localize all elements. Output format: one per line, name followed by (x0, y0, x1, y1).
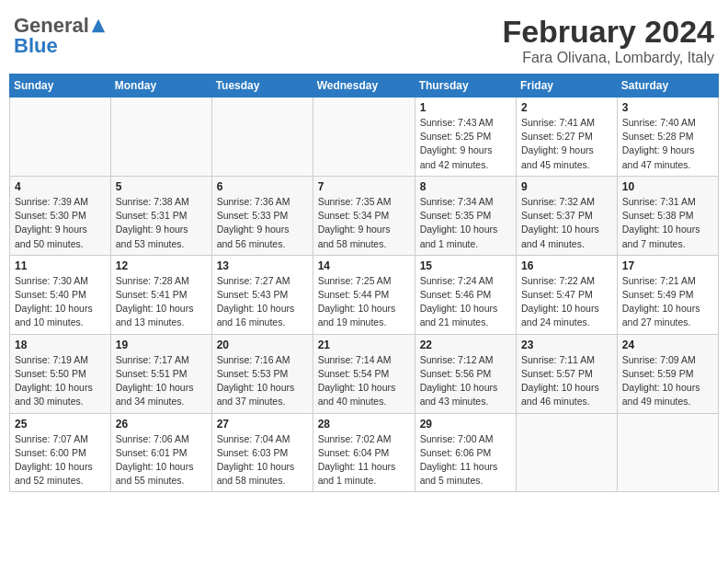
calendar-cell: 3Sunrise: 7:40 AM Sunset: 5:28 PM Daylig… (617, 98, 718, 177)
day-header-sunday: Sunday (10, 75, 111, 98)
day-number: 22 (420, 339, 511, 351)
day-info: Sunrise: 7:00 AM Sunset: 6:06 PM Dayligh… (420, 432, 511, 488)
calendar-cell: 14Sunrise: 7:25 AM Sunset: 5:44 PM Dayli… (313, 255, 415, 334)
month-title: February 2024 (502, 14, 714, 50)
day-number: 7 (318, 180, 410, 193)
day-info: Sunrise: 7:38 AM Sunset: 5:31 PM Dayligh… (116, 195, 207, 251)
calendar-cell: 15Sunrise: 7:24 AM Sunset: 5:46 PM Dayli… (415, 255, 516, 334)
day-number: 21 (318, 339, 410, 351)
day-number: 27 (217, 418, 308, 431)
calendar-week-row: 11Sunrise: 7:30 AM Sunset: 5:40 PM Dayli… (10, 255, 719, 334)
day-info: Sunrise: 7:16 AM Sunset: 5:53 PM Dayligh… (217, 353, 308, 409)
day-header-wednesday: Wednesday (313, 75, 415, 98)
calendar-week-row: 1Sunrise: 7:43 AM Sunset: 5:25 PM Daylig… (10, 98, 719, 177)
day-number: 26 (116, 418, 207, 431)
day-info: Sunrise: 7:35 AM Sunset: 5:34 PM Dayligh… (318, 195, 410, 251)
day-info: Sunrise: 7:27 AM Sunset: 5:43 PM Dayligh… (217, 274, 308, 330)
day-info: Sunrise: 7:39 AM Sunset: 5:30 PM Dayligh… (15, 195, 106, 251)
day-info: Sunrise: 7:06 AM Sunset: 6:01 PM Dayligh… (116, 432, 207, 488)
calendar-week-row: 18Sunrise: 7:19 AM Sunset: 5:50 PM Dayli… (10, 334, 719, 413)
calendar-cell (10, 98, 111, 177)
calendar-cell: 26Sunrise: 7:06 AM Sunset: 6:01 PM Dayli… (110, 413, 211, 492)
calendar-cell: 1Sunrise: 7:43 AM Sunset: 5:25 PM Daylig… (415, 98, 516, 177)
calendar-cell (313, 98, 415, 177)
calendar-cell: 22Sunrise: 7:12 AM Sunset: 5:56 PM Dayli… (415, 334, 516, 413)
day-info: Sunrise: 7:28 AM Sunset: 5:41 PM Dayligh… (116, 274, 207, 330)
day-number: 15 (420, 259, 511, 272)
calendar-table: SundayMondayTuesdayWednesdayThursdayFrid… (9, 74, 719, 492)
calendar-week-row: 4Sunrise: 7:39 AM Sunset: 5:30 PM Daylig… (10, 176, 719, 255)
day-info: Sunrise: 7:43 AM Sunset: 5:25 PM Dayligh… (420, 116, 511, 172)
day-info: Sunrise: 7:21 AM Sunset: 5:49 PM Dayligh… (622, 274, 713, 330)
day-number: 10 (622, 180, 713, 193)
day-info: Sunrise: 7:40 AM Sunset: 5:28 PM Dayligh… (622, 116, 713, 172)
day-number: 8 (420, 180, 511, 193)
calendar-cell: 28Sunrise: 7:02 AM Sunset: 6:04 PM Dayli… (313, 413, 415, 492)
day-info: Sunrise: 7:24 AM Sunset: 5:46 PM Dayligh… (420, 274, 511, 330)
day-header-thursday: Thursday (415, 75, 516, 98)
calendar-cell: 9Sunrise: 7:32 AM Sunset: 5:37 PM Daylig… (517, 176, 618, 255)
calendar-week-row: 25Sunrise: 7:07 AM Sunset: 6:00 PM Dayli… (10, 413, 719, 492)
day-number: 3 (622, 101, 713, 114)
day-info: Sunrise: 7:11 AM Sunset: 5:57 PM Dayligh… (521, 353, 612, 409)
calendar-cell (110, 98, 211, 177)
calendar-cell: 8Sunrise: 7:34 AM Sunset: 5:35 PM Daylig… (415, 176, 516, 255)
calendar-cell: 7Sunrise: 7:35 AM Sunset: 5:34 PM Daylig… (313, 176, 415, 255)
calendar-cell (617, 413, 718, 492)
day-info: Sunrise: 7:09 AM Sunset: 5:59 PM Dayligh… (622, 353, 713, 409)
day-number: 16 (521, 259, 612, 272)
day-number: 14 (318, 259, 410, 272)
calendar-cell: 27Sunrise: 7:04 AM Sunset: 6:03 PM Dayli… (211, 413, 313, 492)
day-number: 12 (116, 259, 207, 272)
day-info: Sunrise: 7:36 AM Sunset: 5:33 PM Dayligh… (217, 195, 308, 251)
calendar-cell: 10Sunrise: 7:31 AM Sunset: 5:38 PM Dayli… (617, 176, 718, 255)
calendar-cell: 6Sunrise: 7:36 AM Sunset: 5:33 PM Daylig… (211, 176, 313, 255)
day-info: Sunrise: 7:25 AM Sunset: 5:44 PM Dayligh… (318, 274, 410, 330)
calendar-cell: 19Sunrise: 7:17 AM Sunset: 5:51 PM Dayli… (110, 334, 211, 413)
day-number: 4 (15, 180, 106, 193)
calendar-header-row: SundayMondayTuesdayWednesdayThursdayFrid… (10, 75, 719, 98)
calendar-cell: 11Sunrise: 7:30 AM Sunset: 5:40 PM Dayli… (10, 255, 111, 334)
calendar-cell: 21Sunrise: 7:14 AM Sunset: 5:54 PM Dayli… (313, 334, 415, 413)
calendar-cell: 13Sunrise: 7:27 AM Sunset: 5:43 PM Dayli… (211, 255, 313, 334)
day-info: Sunrise: 7:17 AM Sunset: 5:51 PM Dayligh… (116, 353, 207, 409)
day-number: 19 (116, 339, 207, 351)
day-number: 13 (217, 259, 308, 272)
day-number: 24 (622, 339, 713, 351)
calendar-cell: 12Sunrise: 7:28 AM Sunset: 5:41 PM Dayli… (110, 255, 211, 334)
calendar-cell: 16Sunrise: 7:22 AM Sunset: 5:47 PM Dayli… (517, 255, 618, 334)
calendar-cell: 23Sunrise: 7:11 AM Sunset: 5:57 PM Dayli… (517, 334, 618, 413)
day-info: Sunrise: 7:30 AM Sunset: 5:40 PM Dayligh… (15, 274, 106, 330)
logo-icon (90, 17, 107, 34)
day-number: 9 (521, 180, 612, 193)
day-number: 1 (420, 101, 511, 114)
calendar-cell: 25Sunrise: 7:07 AM Sunset: 6:00 PM Dayli… (10, 413, 111, 492)
day-header-friday: Friday (517, 75, 618, 98)
day-info: Sunrise: 7:34 AM Sunset: 5:35 PM Dayligh… (420, 195, 511, 251)
day-info: Sunrise: 7:22 AM Sunset: 5:47 PM Dayligh… (521, 274, 612, 330)
calendar-cell: 2Sunrise: 7:41 AM Sunset: 5:27 PM Daylig… (517, 98, 618, 177)
logo-blue-text: Blue (14, 34, 58, 58)
day-number: 20 (217, 339, 308, 351)
day-info: Sunrise: 7:12 AM Sunset: 5:56 PM Dayligh… (420, 353, 511, 409)
day-number: 17 (622, 259, 713, 272)
calendar-cell (517, 413, 618, 492)
calendar-cell: 4Sunrise: 7:39 AM Sunset: 5:30 PM Daylig… (10, 176, 111, 255)
calendar-cell: 29Sunrise: 7:00 AM Sunset: 6:06 PM Dayli… (415, 413, 516, 492)
calendar-cell (211, 98, 313, 177)
logo: General Blue (14, 14, 107, 58)
day-number: 25 (15, 418, 106, 431)
day-number: 29 (420, 418, 511, 431)
svg-marker-0 (92, 19, 105, 32)
day-info: Sunrise: 7:02 AM Sunset: 6:04 PM Dayligh… (318, 432, 410, 488)
day-number: 28 (318, 418, 410, 431)
calendar-cell: 18Sunrise: 7:19 AM Sunset: 5:50 PM Dayli… (10, 334, 111, 413)
day-number: 18 (15, 339, 106, 351)
day-header-monday: Monday (110, 75, 211, 98)
day-info: Sunrise: 7:41 AM Sunset: 5:27 PM Dayligh… (521, 116, 612, 172)
location-subtitle: Fara Olivana, Lombardy, Italy (502, 50, 714, 66)
day-number: 5 (116, 180, 207, 193)
day-info: Sunrise: 7:19 AM Sunset: 5:50 PM Dayligh… (15, 353, 106, 409)
calendar-cell: 5Sunrise: 7:38 AM Sunset: 5:31 PM Daylig… (110, 176, 211, 255)
day-number: 2 (521, 101, 612, 114)
